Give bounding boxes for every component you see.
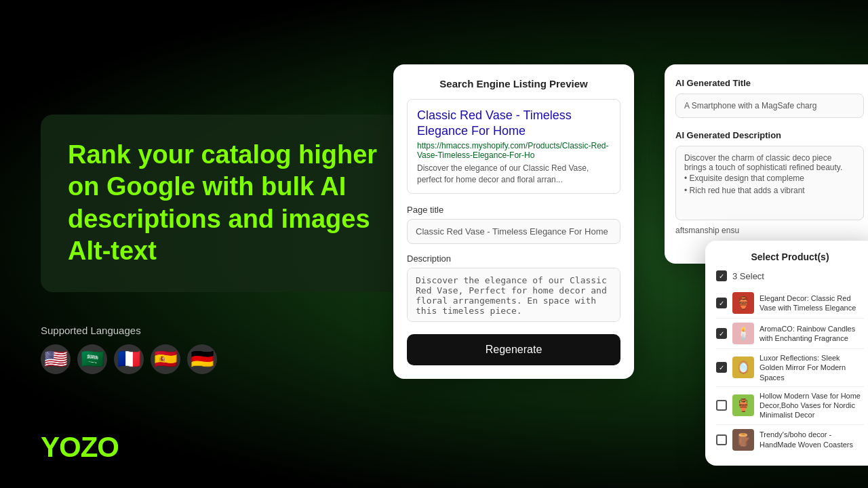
flag-us: 🇺🇸 — [41, 344, 71, 374]
product-2-name: AromaCO: Rainbow Candles with Enchanting… — [760, 324, 864, 344]
flag-de: 🇩🇪 — [187, 344, 217, 374]
description-textarea[interactable]: Discover the elegance of our Classic Red… — [407, 268, 620, 322]
hero-title: Rank your catalog higher on Google with … — [68, 139, 393, 268]
ai-desc-box: Discover the charm of classic deco piece… — [675, 146, 864, 220]
craftsmanship-text: aftsmanship ensu — [675, 226, 864, 235]
product-item-2: 🕯️ AromaCO: Rainbow Candles with Enchant… — [716, 319, 864, 349]
ai-desc-bullet-2: Rich red hue that adds a vibrant — [684, 184, 855, 197]
flag-fr: 🇫🇷 — [114, 344, 144, 374]
select-count-row: 3 Select — [716, 270, 864, 281]
product-3-checkbox[interactable] — [716, 362, 727, 373]
product-4-name: Hollow Modern Vase for Home Decor,Boho V… — [760, 391, 864, 420]
flag-es: 🇪🇸 — [151, 344, 180, 374]
product-5-name: Trendy's/boho decor - HandMade Woven Coa… — [760, 430, 864, 449]
page-title-input[interactable] — [407, 219, 620, 244]
select-all-checkbox[interactable] — [716, 270, 727, 281]
select-count-label: 3 Select — [732, 271, 764, 281]
ai-desc-bullet-1: Exquisite design that compleme — [684, 172, 855, 184]
product-3-thumb: 🪞 — [732, 357, 754, 378]
product-item-3: 🪞 Luxor Reflections: Sleek Golden Mirror… — [716, 349, 864, 387]
yozo-logo: YOZO — [41, 431, 119, 464]
select-products-title: Select Product(s) — [716, 251, 864, 262]
ai-title-input[interactable] — [675, 94, 864, 118]
flags-row: 🇺🇸 🇸🇦 🇫🇷 🇪🇸 🇩🇪 — [41, 344, 420, 374]
supported-languages-label: Supported Languages — [41, 325, 420, 336]
google-preview: Classic Red Vase - Timeless Elegance For… — [407, 99, 620, 194]
ai-desc-list: Exquisite design that compleme Rich red … — [684, 172, 855, 197]
product-5-checkbox[interactable] — [716, 434, 727, 445]
google-result-desc: Discover the elegance of our Classic Red… — [417, 163, 610, 186]
hero-text-box: Rank your catalog higher on Google with … — [41, 115, 420, 292]
ai-desc-text: Discover the charm of classic deco piece… — [684, 153, 842, 172]
product-item-5: 🪵 Trendy's/boho decor - HandMade Woven C… — [716, 425, 864, 455]
product-item-1: 🏺 Elegant Decor: Classic Red Vase with T… — [716, 288, 864, 319]
product-2-checkbox[interactable] — [716, 328, 727, 339]
product-1-thumb: 🏺 — [732, 292, 754, 314]
product-1-checkbox[interactable] — [716, 298, 727, 308]
product-4-thumb: 🏺 — [732, 394, 754, 416]
supported-languages-section: Supported Languages 🇺🇸 🇸🇦 🇫🇷 🇪🇸 🇩🇪 — [41, 325, 420, 374]
page-title-label: Page title — [407, 205, 620, 215]
regenerate-button[interactable]: Regenerate — [407, 334, 620, 365]
google-result-url: https://hmaccs.myshopify.com/Products/Cl… — [417, 141, 610, 160]
product-item-4: 🏺 Hollow Modern Vase for Home Decor,Boho… — [716, 387, 864, 425]
serp-card: Search Engine Listing Preview Classic Re… — [393, 64, 634, 379]
description-label: Description — [407, 253, 620, 264]
product-5-thumb: 🪵 — [732, 429, 754, 451]
ai-title-label: AI Generated Title — [675, 78, 864, 88]
flag-sa: 🇸🇦 — [77, 344, 107, 374]
right-area: Search Engine Listing Preview Classic Re… — [380, 0, 868, 488]
ai-desc-label: AI Generated Description — [675, 130, 864, 140]
product-3-name: Luxor Reflections: Sleek Golden Mirror F… — [760, 353, 864, 382]
product-4-checkbox[interactable] — [716, 400, 727, 411]
serp-card-title: Search Engine Listing Preview — [407, 78, 620, 89]
select-products-panel: Select Product(s) 3 Select 🏺 Elegant Dec… — [705, 241, 868, 466]
google-result-title[interactable]: Classic Red Vase - Timeless Elegance For… — [417, 108, 610, 140]
product-2-thumb: 🕯️ — [732, 323, 754, 344]
product-1-name: Elegant Decor: Classic Red Vase with Tim… — [760, 293, 864, 313]
ai-generated-panel: AI Generated Title AI Generated Descript… — [665, 64, 868, 264]
